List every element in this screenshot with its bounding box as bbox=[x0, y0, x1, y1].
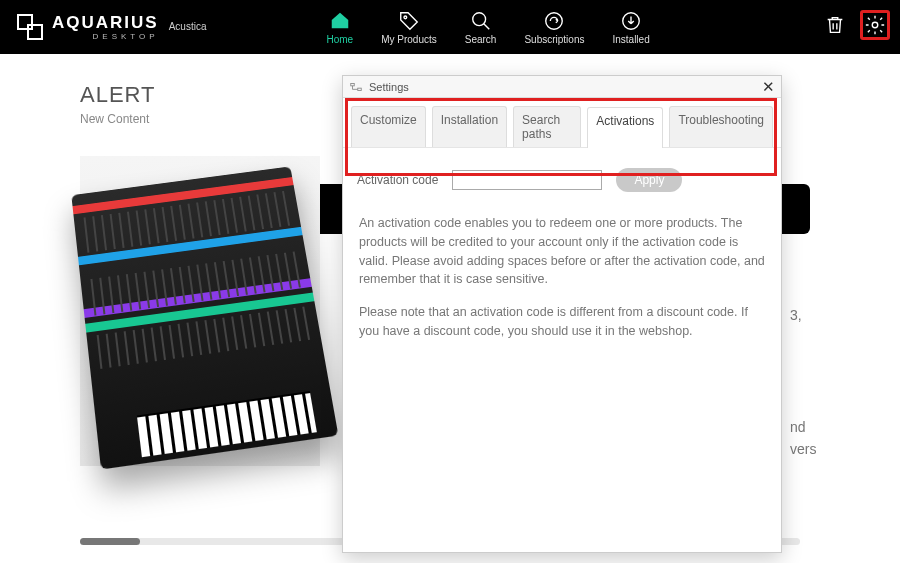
main-nav: Home My Products Search Subscriptions In… bbox=[326, 10, 649, 45]
scrollbar-thumb[interactable] bbox=[80, 538, 140, 545]
download-icon bbox=[620, 10, 642, 32]
background-text: 3, nd vers bbox=[790, 304, 816, 461]
settings-dialog: Settings ✕ Customize Installation Search… bbox=[342, 75, 782, 553]
settings-mini-icon bbox=[349, 80, 363, 94]
nav-my-products[interactable]: My Products bbox=[381, 10, 437, 45]
brand-name: AQUARIUS bbox=[52, 14, 159, 31]
activation-code-input[interactable] bbox=[452, 170, 602, 190]
apply-button[interactable]: Apply bbox=[616, 168, 682, 192]
brand-sub: DESKTOP bbox=[52, 33, 159, 41]
tag-icon bbox=[398, 10, 420, 32]
logo-text: AQUARIUS DESKTOP bbox=[52, 14, 159, 41]
nav-subs-label: Subscriptions bbox=[524, 34, 584, 45]
tab-troubleshooting[interactable]: Troubleshooting bbox=[669, 106, 773, 147]
top-bar: AQUARIUS DESKTOP Acustica Home My Produc… bbox=[0, 0, 900, 54]
nav-search-label: Search bbox=[465, 34, 497, 45]
dialog-titlebar: Settings ✕ bbox=[343, 76, 781, 98]
nav-home-label: Home bbox=[326, 34, 353, 45]
search-icon bbox=[470, 10, 492, 32]
nav-home[interactable]: Home bbox=[326, 10, 353, 45]
activation-label: Activation code bbox=[357, 173, 438, 187]
trash-button[interactable] bbox=[820, 10, 850, 40]
svg-point-2 bbox=[404, 15, 407, 18]
nav-products-label: My Products bbox=[381, 34, 437, 45]
svg-rect-1 bbox=[28, 25, 42, 39]
tab-activations[interactable]: Activations bbox=[587, 107, 663, 148]
app-logo: AQUARIUS DESKTOP Acustica bbox=[14, 11, 206, 43]
nav-search[interactable]: Search bbox=[465, 10, 497, 45]
svg-rect-8 bbox=[358, 88, 362, 90]
svg-rect-7 bbox=[351, 83, 355, 85]
bg-line: nd bbox=[790, 416, 816, 438]
svg-point-4 bbox=[546, 12, 563, 29]
bg-line: vers bbox=[790, 438, 816, 460]
tab-search-paths[interactable]: Search paths bbox=[513, 106, 581, 147]
nav-installed[interactable]: Installed bbox=[612, 10, 649, 45]
settings-tabs: Customize Installation Search paths Acti… bbox=[343, 98, 781, 148]
refresh-icon bbox=[543, 10, 565, 32]
svg-rect-0 bbox=[18, 15, 32, 29]
dialog-title: Settings bbox=[369, 81, 409, 93]
product-thumbnail[interactable] bbox=[80, 156, 320, 466]
dialog-body: Customize Installation Search paths Acti… bbox=[343, 98, 781, 355]
synth-image bbox=[71, 166, 338, 469]
tab-installation[interactable]: Installation bbox=[432, 106, 507, 147]
tab-customize[interactable]: Customize bbox=[351, 106, 426, 147]
activation-row: Activation code Apply bbox=[343, 148, 781, 200]
svg-point-3 bbox=[472, 12, 485, 25]
settings-button[interactable] bbox=[860, 10, 890, 40]
brand-vendor: Acustica bbox=[169, 21, 207, 32]
home-icon bbox=[329, 10, 351, 32]
nav-subscriptions[interactable]: Subscriptions bbox=[524, 10, 584, 45]
info-paragraph-1: An activation code enables you to redeem… bbox=[359, 214, 765, 289]
close-button[interactable]: ✕ bbox=[759, 78, 777, 96]
top-right-actions bbox=[820, 10, 890, 40]
bg-line: 3, bbox=[790, 304, 816, 326]
activation-info: An activation code enables you to redeem… bbox=[343, 200, 781, 341]
svg-point-6 bbox=[872, 22, 878, 28]
nav-installed-label: Installed bbox=[612, 34, 649, 45]
logo-icon bbox=[14, 11, 46, 43]
info-paragraph-2: Please note that an activation code is d… bbox=[359, 303, 765, 341]
